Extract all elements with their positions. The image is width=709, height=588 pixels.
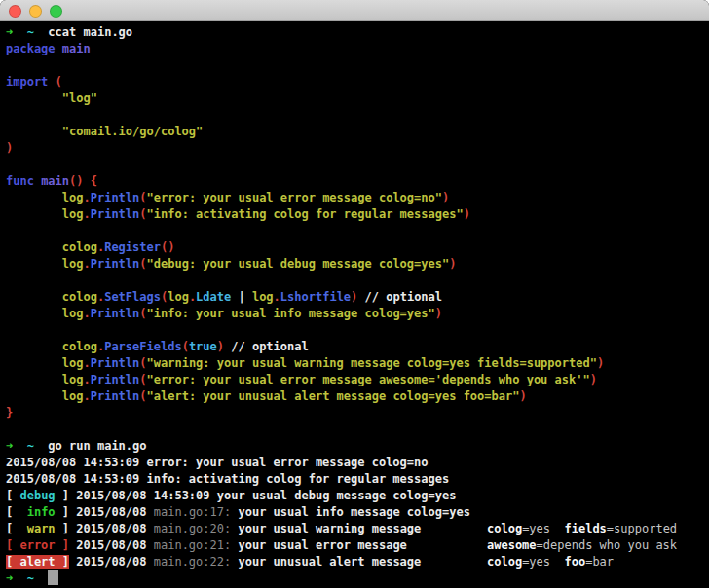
text-segment: "error: your usual error message awesome… xyxy=(147,373,590,386)
text-segment: Println xyxy=(91,389,140,403)
terminal-line: ➜ ~ go run main.go xyxy=(6,438,709,455)
terminal-line: "log" xyxy=(6,91,709,107)
text-segment xyxy=(6,389,62,403)
text-segment: =bar xyxy=(585,555,614,569)
text-segment: Ldate xyxy=(196,290,231,304)
prompt-path: ~ xyxy=(27,25,34,39)
terminal-line: log.Println("debug: your usual debug mes… xyxy=(6,256,709,273)
text-segment xyxy=(550,555,564,569)
text-segment: colog xyxy=(487,555,522,569)
text-segment: colog xyxy=(487,522,522,535)
terminal-line: log.Println("info: activating colog for … xyxy=(6,206,709,223)
text-segment: ] xyxy=(56,522,77,535)
text-segment: 2015/08/08 xyxy=(69,555,154,569)
text-segment xyxy=(13,571,26,585)
text-segment: ) xyxy=(464,207,470,221)
text-segment: log xyxy=(62,257,84,271)
text-segment: "alert: your unusual alert message colog… xyxy=(147,389,520,403)
terminal-line xyxy=(6,223,709,239)
terminal-line: colog.SetFlags(log.Ldate | log.Lshortfil… xyxy=(6,289,709,306)
text-segment: Println xyxy=(91,373,140,386)
terminal-line: [ error ] 2015/08/08 main.go:21: your us… xyxy=(6,537,709,554)
traffic-lights xyxy=(9,5,62,18)
text-segment: . xyxy=(83,356,90,370)
text-segment: "log" xyxy=(62,92,97,105)
text-segment: =yes xyxy=(522,555,550,569)
file-reference: main.go:17: xyxy=(154,505,231,519)
text-segment: log xyxy=(62,191,84,204)
terminal-line xyxy=(6,57,709,74)
text-segment: log xyxy=(62,389,84,403)
terminal-line: [ debug ] 2015/08/08 14:53:09 your usual… xyxy=(6,488,709,504)
log-level-badge: [ error ] xyxy=(6,538,69,552)
text-segment: main xyxy=(62,42,91,55)
text-segment: Println xyxy=(91,257,140,271)
text-segment: | xyxy=(231,290,252,304)
text-segment: true xyxy=(189,340,217,353)
terminal-line: [ warn ] 2015/08/08 main.go:20: your usu… xyxy=(6,521,709,537)
text-segment: ) xyxy=(6,141,13,155)
text-segment: ( xyxy=(139,356,146,370)
text-segment: . xyxy=(83,257,90,271)
text-segment: . xyxy=(83,307,90,320)
terminal-line: log.Println("alert: your unusual alert m… xyxy=(6,388,709,405)
terminal-line: ➜ ~ ccat main.go xyxy=(6,24,709,41)
text-segment: 2015/08/08 xyxy=(76,522,153,535)
text-segment: ( xyxy=(139,207,146,221)
text-segment xyxy=(6,191,62,204)
text-segment: ( xyxy=(182,340,189,353)
text-segment: your usual warning message xyxy=(231,522,421,535)
terminal-line: 2015/08/08 14:53:09 error: your usual er… xyxy=(6,455,709,471)
text-segment: "error: your usual error message colog=n… xyxy=(147,191,442,204)
terminal-line: "comail.io/go/colog" xyxy=(6,124,709,140)
text-segment: ) xyxy=(590,373,597,386)
text-segment: main xyxy=(41,174,69,188)
text-segment xyxy=(6,307,62,320)
text-segment: ] xyxy=(56,489,77,502)
text-segment: [ xyxy=(6,522,27,535)
terminal-line xyxy=(6,322,709,339)
text-segment: ) xyxy=(217,340,224,353)
terminal-line: [ alert ] 2015/08/08 main.go:22: your un… xyxy=(6,554,709,570)
command-text: ccat main.go xyxy=(34,25,132,39)
text-segment xyxy=(6,290,62,304)
text-segment: ( xyxy=(139,389,146,403)
text-segment: Println xyxy=(91,207,140,221)
text-segment xyxy=(6,92,62,105)
terminal-line xyxy=(6,107,709,124)
text-segment: your usual info message colog=yes xyxy=(231,505,470,519)
text-segment: SetFlags xyxy=(104,290,161,304)
text-segment xyxy=(13,25,26,39)
close-button[interactable] xyxy=(9,5,21,18)
text-segment: your unusual alert message xyxy=(231,555,421,569)
text-segment: ) xyxy=(435,307,442,320)
terminal-output[interactable]: ➜ ~ ccat main.gopackage mainimport ( "lo… xyxy=(0,21,709,588)
text-segment: your usual error message xyxy=(231,538,407,552)
text-segment: . xyxy=(83,207,90,221)
terminal-line: colog.ParseFields(true) // optional xyxy=(6,339,709,355)
text-segment: ) xyxy=(442,191,449,204)
terminal-line: colog.Register() xyxy=(6,239,709,256)
text-segment: colog xyxy=(62,290,97,304)
terminal-line: package main xyxy=(6,41,709,57)
titlebar[interactable] xyxy=(0,0,709,21)
terminal-line xyxy=(6,157,709,173)
text-segment: . xyxy=(83,373,90,386)
text-segment: Println xyxy=(91,356,140,370)
prompt-path: ~ xyxy=(27,439,34,453)
text-segment: =depends who you ask xyxy=(537,538,678,552)
text-segment: 2015/08/08 xyxy=(76,505,153,519)
text-segment: [ xyxy=(6,505,27,519)
file-reference: main.go:21: xyxy=(154,538,231,552)
file-reference: main.go:22: xyxy=(154,555,231,569)
text-segment: . xyxy=(83,389,90,403)
terminal-line: log.Println("error: your usual error mes… xyxy=(6,190,709,206)
text-segment: colog xyxy=(62,240,97,254)
text-segment: fields xyxy=(564,522,606,535)
log-level-badge: info xyxy=(27,505,56,519)
minimize-button[interactable] xyxy=(29,5,42,18)
terminal-line: func main() { xyxy=(6,173,709,190)
text-segment: Println xyxy=(91,307,140,320)
zoom-button[interactable] xyxy=(50,5,62,18)
text-segment: "info: your usual info message colog=yes… xyxy=(147,307,435,320)
